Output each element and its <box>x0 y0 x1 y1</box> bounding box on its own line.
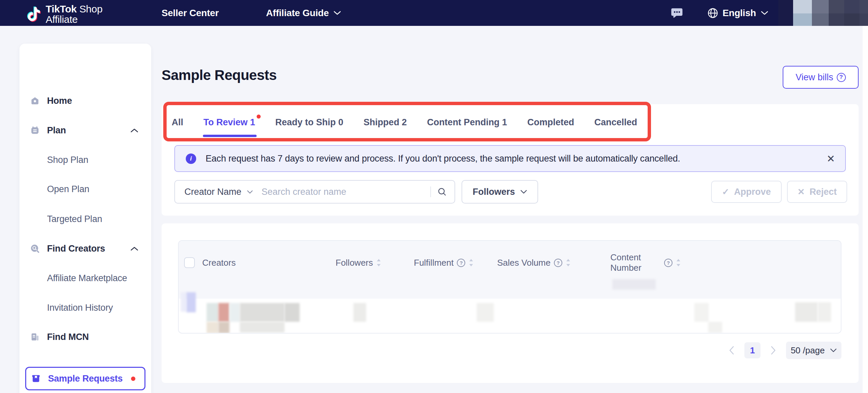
sidebar-item-find-creators[interactable]: Find Creators <box>20 237 151 260</box>
help-icon: ? <box>837 73 846 82</box>
notification-dot <box>257 115 261 119</box>
sidebar-item-shop-plan[interactable]: Shop Plan <box>20 148 151 172</box>
tab-cancelled[interactable]: Cancelled <box>594 107 637 139</box>
sort-icon[interactable] <box>376 258 381 267</box>
redacted-block <box>240 322 284 333</box>
sidebar-item-affiliate-marketplace[interactable]: Affiliate Marketplace <box>20 266 151 290</box>
redacted-block <box>694 303 709 322</box>
screen: TikTok Shop Affiliate Seller Center Affi… <box>0 0 868 393</box>
nav-affiliate-guide[interactable]: Affiliate Guide <box>266 0 341 26</box>
globe-icon <box>707 7 718 19</box>
tab-ready-to-ship[interactable]: Ready to Ship 0 <box>275 107 344 139</box>
redacted-block <box>218 322 229 333</box>
avatar[interactable] <box>778 0 868 26</box>
sidebar-item-plan[interactable]: Plan <box>20 119 151 142</box>
reject-button[interactable]: ✕ Reject <box>787 181 847 203</box>
tab-shipped[interactable]: Shipped 2 <box>364 107 407 139</box>
search-input[interactable] <box>253 187 430 197</box>
logo-affiliate: Affiliate <box>46 14 78 25</box>
logo-tiktok: TikTok <box>46 3 76 14</box>
sort-icon[interactable] <box>469 258 474 267</box>
chat-button[interactable] <box>670 0 684 26</box>
language-selector[interactable]: English <box>707 0 768 26</box>
column-header-sales-volume: Sales Volume ? <box>497 241 571 284</box>
home-icon <box>31 96 39 105</box>
close-icon[interactable]: ✕ <box>827 153 835 164</box>
logo-text: TikTok Shop Affiliate <box>46 4 102 25</box>
search-field-selector[interactable]: Creator Name <box>175 187 253 197</box>
info-icon: i <box>186 153 196 164</box>
tab-completed[interactable]: Completed <box>527 107 575 139</box>
redacted-block <box>207 303 218 322</box>
redacted-block <box>207 322 218 333</box>
pagination: 1 50 /page <box>729 342 841 359</box>
sidebar-item-targeted-plan[interactable]: Targeted Plan <box>20 207 151 231</box>
requests-toolbar-card: All To Review 1 Ready to Ship 0 Shipped … <box>162 104 859 216</box>
chevron-down-icon <box>334 11 341 15</box>
plan-icon <box>31 126 39 135</box>
column-header-followers: Followers <box>336 241 381 284</box>
logo-shop: Shop <box>76 3 102 14</box>
sort-icon[interactable] <box>566 258 571 267</box>
scrollbar-track[interactable] <box>863 26 868 393</box>
sidebar-item-find-mcn[interactable]: Find MCN <box>20 325 151 349</box>
column-header-creators: Creators <box>202 241 236 284</box>
redacted-block <box>186 292 196 312</box>
help-icon[interactable]: ? <box>554 259 562 267</box>
redacted-block <box>229 303 240 322</box>
redacted-block <box>240 303 284 322</box>
followers-filter-dropdown[interactable]: Followers <box>462 180 538 204</box>
column-header-content-number: Content Number ? <box>610 241 681 284</box>
select-all-checkbox[interactable] <box>184 257 195 268</box>
redacted-block <box>218 303 229 322</box>
creator-search-group: Creator Name <box>174 180 455 204</box>
sample-box-icon <box>32 374 40 383</box>
banner-text: Each request has 7 days to review and pr… <box>206 153 680 164</box>
x-icon: ✕ <box>798 187 805 197</box>
tab-content-pending[interactable]: Content Pending 1 <box>427 107 507 139</box>
requests-table-card: Creators Followers Fulfillment ? <box>162 223 859 383</box>
requests-table: Creators Followers Fulfillment ? <box>178 240 841 334</box>
check-icon: ✓ <box>722 187 729 197</box>
help-icon[interactable]: ? <box>457 259 465 267</box>
language-label: English <box>722 8 756 19</box>
redacted-block <box>477 303 494 322</box>
chevron-up-icon <box>130 128 138 133</box>
page-title: Sample Requests <box>162 67 277 83</box>
sidebar-item-home[interactable]: Home <box>20 89 151 113</box>
view-bills-button[interactable]: View bills ? <box>783 66 859 89</box>
info-banner: i Each request has 7 days to review and … <box>174 145 846 172</box>
building-icon <box>31 333 39 341</box>
chevron-down-icon <box>520 190 527 194</box>
redacted-block <box>708 322 722 333</box>
sidebar: Home Plan Shop Plan Open Plan Targeted P… <box>20 44 151 393</box>
tiktok-note-icon <box>26 5 42 23</box>
redacted-block <box>181 292 186 312</box>
tab-all[interactable]: All <box>172 107 183 139</box>
topbar: TikTok Shop Affiliate Seller Center Affi… <box>0 0 868 26</box>
sort-icon[interactable] <box>676 258 681 267</box>
notification-dot <box>131 376 135 381</box>
chevron-down-icon <box>830 348 837 352</box>
search-icon[interactable] <box>437 187 447 197</box>
tab-to-review[interactable]: To Review 1 <box>204 107 255 139</box>
approve-button[interactable]: ✓ Approve <box>711 181 782 203</box>
redacted-block <box>612 279 656 290</box>
chevron-down-icon <box>247 190 253 194</box>
nav-seller-center[interactable]: Seller Center <box>162 0 219 26</box>
redacted-block <box>795 302 817 322</box>
tiktok-shop-affiliate-logo[interactable]: TikTok Shop Affiliate <box>26 4 102 25</box>
help-icon[interactable]: ? <box>664 259 673 267</box>
page-number[interactable]: 1 <box>744 342 761 358</box>
sidebar-item-sample-requests[interactable]: Sample Requests <box>25 367 146 390</box>
chevron-down-icon <box>761 11 768 15</box>
column-header-fulfillment: Fulfillment ? <box>414 241 474 284</box>
redacted-block <box>817 302 831 322</box>
sidebar-item-invitation-history[interactable]: Invitation History <box>20 296 151 320</box>
sidebar-item-open-plan[interactable]: Open Plan <box>20 177 151 201</box>
previous-page-icon[interactable] <box>729 346 734 355</box>
status-tabs: All To Review 1 Ready to Ship 0 Shipped … <box>162 104 637 141</box>
page-size-dropdown[interactable]: 50 /page <box>786 342 841 359</box>
table-header: Creators Followers Fulfillment ? <box>179 241 841 299</box>
next-page-icon[interactable] <box>771 346 776 355</box>
